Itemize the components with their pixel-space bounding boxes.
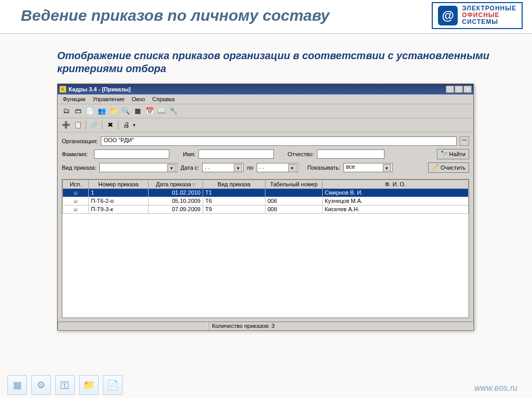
logo-swirl-icon: @ [438,6,458,25]
row-check[interactable]: ☑ [63,188,89,197]
status-cell-left [58,322,208,330]
main-toolbar: 🗂 🗃 📄 👥 📁 🔍 ▦ 📅 📖 🔧 [58,104,473,118]
document-icon[interactable]: 📄 [85,106,95,116]
statusbar: Количество приказов: 3 [58,321,473,330]
lastname-label: Фамилия: [62,151,91,157]
book-icon[interactable]: 📖 [156,106,167,116]
app-icon: K [59,86,66,93]
app-window: K Кадры 3.4 - [Приказы] _ □ × Функции Уп… [57,84,474,331]
menu-manage[interactable]: Управление [89,95,127,103]
card-yellow-icon[interactable]: 🗂 [61,106,71,116]
status-count: Количество приказов: 3 [208,322,473,330]
separator [118,120,118,130]
search-icon[interactable]: 🔍 [121,106,131,116]
firstname-input[interactable] [198,149,274,159]
cell-date: 05.10.2009 [149,197,203,205]
table-empty-area [62,214,469,318]
eraser-icon: 🧹 [432,164,439,171]
find-button-label: Найти [449,151,466,157]
cell-number: П-Т6-2-о [89,197,149,205]
logo-line2: ОФИСНЫЕ [462,11,499,19]
tool-icon[interactable]: 🔧 [168,106,179,116]
lastname-input[interactable] [94,149,169,159]
date-from-label: Дата с: [180,164,199,171]
cell-type: Т6 [203,197,265,205]
menu-help[interactable]: Справка [149,95,178,103]
col-fio[interactable]: Ф. И. О. [323,180,469,188]
folder-icon[interactable]: 📁 [109,106,119,116]
footer-calc-icon: ▦ [7,375,27,395]
col-exec[interactable]: Исп. [63,180,89,188]
grid-icon[interactable]: ▦ [132,106,143,116]
page-title: Ведение приказов по личному составу [21,7,329,24]
footer-doc-icon: 📄 [103,375,123,395]
col-date[interactable]: Дата приказа▽ [149,180,203,188]
date-to-label: по [247,164,253,171]
sort-desc-icon: ▽ [192,183,195,187]
cell-fio: Киселев А.Н. [323,205,469,213]
card-green-icon[interactable]: 🗃 [73,106,83,116]
calendar-icon[interactable]: 📅 [144,106,155,116]
table-row[interactable]: ☑ П-Т6-2-о 05.10.2009 Т6 006 Кузнецов М.… [63,197,469,205]
cell-tab: 006 [265,197,323,205]
cell-fio: Смирнов В. И. [323,188,469,197]
footer-url: www.eos.ru [474,383,517,393]
cell-type: Т1 [203,188,265,197]
cell-tab: 008 [265,205,323,213]
logo-line3: СИСТЕМЫ [462,19,516,25]
new-icon[interactable]: ➕ [61,120,71,130]
cell-date: 07.09.2009 [149,205,203,213]
menu-functions[interactable]: Функции [60,95,88,103]
delete-icon[interactable]: ✖ [105,120,115,130]
link-icon[interactable]: 🔗 [89,120,99,130]
find-button[interactable]: 🔭 Найти [437,149,469,159]
org-browse-button[interactable]: ··· [460,136,469,146]
org-label: Организация: [62,138,98,144]
footer-org-icon: ⚙ [31,375,51,395]
cell-type: Т9 [203,205,265,213]
row-check[interactable]: ☑ [63,205,89,213]
minimize-button[interactable]: _ [446,86,454,93]
cell-fio: Кузнецов М.А. [323,197,469,205]
date-from-input[interactable]: . . [202,163,244,172]
titlebar-text: Кадры 3.4 - [Приказы] [69,86,446,92]
logo: @ ЭЛЕКТРОННЫЕ ОФИСНЫЕ СИСТЕМЫ [432,2,523,29]
clear-button[interactable]: 🧹 Очистить [428,162,469,173]
type-label: Вид приказа: [62,164,96,171]
print-icon[interactable]: 🖨 [121,120,131,130]
footer-icons: ▦ ⚙ ⚿ 📁 📄 [7,375,123,395]
separator [86,120,86,130]
show-select[interactable]: все [343,163,393,172]
copy-icon[interactable]: 📋 [73,120,83,130]
org-input[interactable]: ООО "РДИ" [101,136,457,146]
cell-tab [265,188,323,197]
col-number[interactable]: Номер приказа [89,180,149,188]
menubar: Функции Управление Окно Справка [58,94,473,104]
dropdown-arrow-icon[interactable]: ▾ [133,122,136,128]
menu-window[interactable]: Окно [129,95,149,103]
subtitle: Отображение списка приказов организации … [57,49,511,75]
date-to-input[interactable]: . . [257,163,298,172]
cell-date: 01.02.2010 [149,188,203,197]
type-select[interactable] [99,163,177,172]
close-button[interactable]: × [463,86,472,93]
clear-button-label: Очистить [441,164,466,171]
middlename-label: Отчество: [287,151,314,157]
col-tabnum[interactable]: Табельный номер [265,180,323,188]
middlename-input[interactable] [317,149,384,159]
orders-table: Исп. Номер приказа Дата приказа▽ Вид при… [62,179,469,318]
col-type[interactable]: Вид приказа [203,180,265,188]
people-icon[interactable]: 👥 [97,106,107,116]
binoculars-icon: 🔭 [441,150,448,157]
separator [102,120,102,130]
maximize-button[interactable]: □ [455,86,463,93]
table-row[interactable]: ☑ 1 01.02.2010 Т1 Смирнов В. И. [63,188,469,197]
sub-toolbar: ➕ 📋 🔗 ✖ 🖨 ▾ [58,118,473,132]
footer-folder-icon: 📁 [79,375,99,395]
table-row[interactable]: ☑ П-Т9-3-к 07.09.2009 Т9 008 Киселев А.Н… [63,205,469,213]
footer-key-icon: ⚿ [55,375,75,395]
firstname-label: Имя: [183,151,195,157]
cell-number: 1 [89,188,149,197]
show-label: Показывать: [308,164,340,171]
row-check[interactable]: ☑ [63,197,89,205]
